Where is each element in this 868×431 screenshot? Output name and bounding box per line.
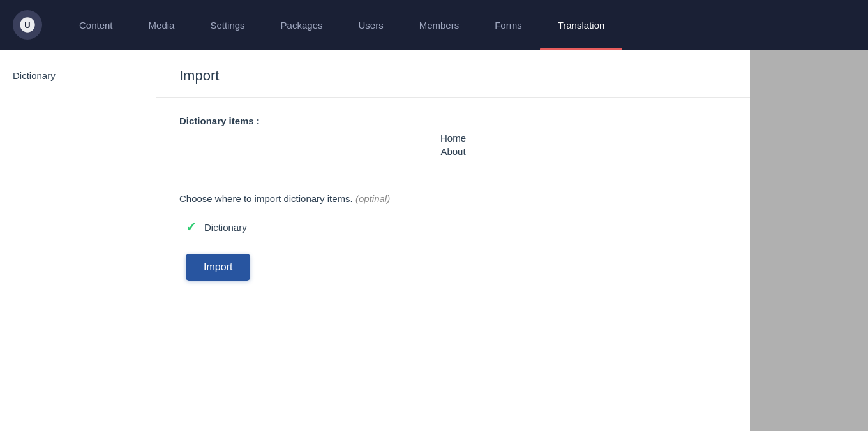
nav-item-content[interactable]: Content [61,0,131,50]
dictionary-checkbox-row[interactable]: ✓ Dictionary [186,219,727,235]
svg-text:U: U [24,20,30,30]
dictionary-items-label: Dictionary items : [179,115,727,126]
nav-item-packages[interactable]: Packages [263,0,341,50]
right-panel [750,50,868,431]
choose-section: Choose where to import dictionary items.… [156,175,750,298]
import-button[interactable]: Import [186,254,250,281]
nav-item-settings[interactable]: Settings [192,0,262,50]
dict-item-about: About [440,146,465,157]
nav-items: Content Media Settings Packages Users Me… [61,0,855,50]
app-logo[interactable]: U [13,10,42,40]
import-title: Import [179,68,727,84]
nav-item-members[interactable]: Members [401,0,477,50]
nav-item-users[interactable]: Users [340,0,401,50]
choose-label-text: Choose where to import dictionary items. [179,193,353,204]
layout: Dictionary Import Dictionary items : Hom… [0,50,868,431]
choose-label: Choose where to import dictionary items.… [179,193,727,204]
sidebar: Dictionary [0,50,156,431]
navbar: U Content Media Settings Packages Users … [0,0,868,50]
choose-optional: (optinal) [355,193,390,204]
content-panel: Import Dictionary items : Home About Cho… [156,50,750,431]
dict-item-home: Home [440,133,466,143]
nav-item-translation[interactable]: Translation [540,0,623,50]
logo-icon: U [19,16,36,34]
dictionary-items-section: Dictionary items : Home About [156,98,750,175]
dictionary-checkbox-label: Dictionary [204,222,247,233]
import-header: Import [156,50,750,98]
dictionary-items-list: Home About [179,133,727,157]
main-content: Import Dictionary items : Home About Cho… [156,50,868,431]
nav-item-forms[interactable]: Forms [477,0,540,50]
checkmark-icon: ✓ [186,219,197,235]
nav-item-media[interactable]: Media [131,0,193,50]
sidebar-item-dictionary[interactable]: Dictionary [13,68,143,84]
